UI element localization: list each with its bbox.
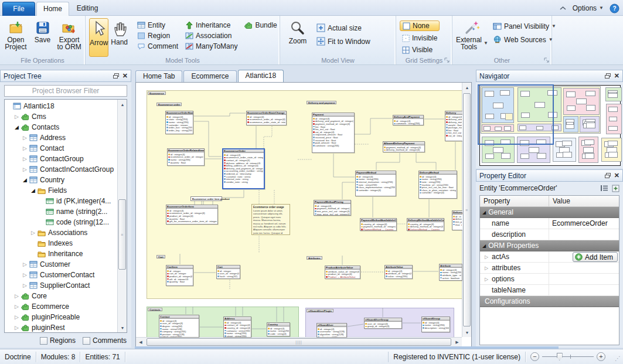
doc-tab-ecommerce[interactable]: Ecommerce xyxy=(183,70,236,82)
entity-box-ecommerceorder[interactable]: EcommerceOrderid : integer(4)ecommerce_o… xyxy=(222,148,265,189)
tree-item-pluginrest[interactable]: ▷pluginRest xyxy=(5,322,117,332)
fit-to-window-button[interactable]: Fit to Window xyxy=(314,36,373,46)
tree-vertical-scrollbar[interactable]: ▲ ≡ ▼ xyxy=(117,100,127,332)
tree-item-fields[interactable]: ◢Fields xyxy=(5,185,117,196)
grid-none-button[interactable]: None xyxy=(400,21,440,31)
entity-box-ecommerceorderstatechange[interactable]: EcommerceOrderStateChangeid : integer(4)… xyxy=(246,111,287,125)
property-section-orm-properties[interactable]: ◢ORM Properties xyxy=(480,240,619,251)
row-expander-icon[interactable]: ▷ xyxy=(485,277,489,282)
tree-expander-icon[interactable]: ▷ xyxy=(21,154,29,164)
hand-tool-button[interactable]: Hand xyxy=(111,18,128,57)
ribbon-collapse-chevron-icon[interactable] xyxy=(559,6,567,11)
entity-box-ecommerceorderitem[interactable]: EcommerceOrderItemid : integer(4)ecommer… xyxy=(166,205,218,224)
tree-expander-icon[interactable]: ◢ xyxy=(21,175,29,185)
close-panel-icon[interactable]: ✕ xyxy=(614,172,619,179)
zoom-in-icon[interactable]: + xyxy=(597,352,605,361)
entity-box-deliverymethodpricing[interactable]: DeliveryMethodPricingid : indelivemin_pm… xyxy=(452,210,462,230)
web-sources-button[interactable]: Web Sources▼ xyxy=(491,35,559,45)
row-expander-icon[interactable]: ▷ xyxy=(485,266,489,271)
tree-item-core[interactable]: ▷Core xyxy=(5,291,117,301)
project-browser-filter-input[interactable] xyxy=(4,85,127,97)
entity-box-attribute[interactable]: Attributeid : integer(4)name : string(25… xyxy=(439,264,462,281)
tree-item-cms[interactable]: ▷Cms xyxy=(5,111,117,122)
tree-expander-icon[interactable]: ▷ xyxy=(13,301,21,312)
regions-checkbox[interactable]: Regions xyxy=(40,336,76,345)
property-value[interactable] xyxy=(549,263,619,273)
arrow-tool-button[interactable]: Arrow xyxy=(89,18,108,57)
entity-box-productattributevalue[interactable]: ProductAttributeValueattribute_value_id … xyxy=(325,266,360,279)
section-expander-icon[interactable]: ◢ xyxy=(482,243,486,249)
property-row-actAs[interactable]: ▷actAsAdd Item xyxy=(480,251,619,263)
collapse-all-icon[interactable] xyxy=(600,185,608,192)
panel-visibility-button[interactable]: Panel Visibility▼ xyxy=(491,22,559,31)
open-project-button[interactable]: Open Project xyxy=(4,18,28,50)
entity-box-ecommerceorderrelateditem[interactable]: EcommerceOrderRelatedItemid : integer(4)… xyxy=(167,148,205,166)
manytomany-tool-button[interactable]: ManyToMany xyxy=(183,42,240,51)
canvas-vertical-scrollbar[interactable]: ▲ ≡ ▼ xyxy=(462,83,471,337)
other-dialog-launcher-icon[interactable] xyxy=(544,57,550,63)
link-table-label[interactable]: Ecommerce order item product xyxy=(190,196,222,201)
tab-editing[interactable]: Editing xyxy=(70,2,104,16)
comment-tool-button[interactable]: Comment xyxy=(135,42,181,51)
entity-box-sfguardgroup[interactable]: sfGuardGroupid : integer(4)name : string… xyxy=(421,317,450,332)
grid-settings-dialog-launcher-icon[interactable] xyxy=(444,57,450,63)
actual-size-button[interactable]: Actual size xyxy=(314,23,373,33)
tree-expander-icon[interactable]: ▷ xyxy=(21,143,29,154)
tree-item-indexes[interactable]: Indexes xyxy=(5,238,117,249)
entity-box-alloweddeliverypayment[interactable]: AllowedDeliveryPaymentpayment_method_id … xyxy=(383,141,425,152)
tree-item-contactincontactgroup[interactable]: ▷ContactInContactGroup xyxy=(5,164,117,175)
tree-expander-icon[interactable]: ▷ xyxy=(13,312,21,322)
tree-expander-icon[interactable]: ▷ xyxy=(21,270,29,280)
file-menu-button[interactable]: File xyxy=(2,2,35,16)
navigator-minimap[interactable] xyxy=(479,85,621,166)
scroll-up-icon[interactable]: ▲ xyxy=(118,100,127,109)
tree-item-associations[interactable]: ▷Associations xyxy=(5,227,117,238)
canvas-horizontal-scrollbar[interactable]: ◀ |||| ▶ xyxy=(136,337,462,346)
tree-expander-icon[interactable]: ▷ xyxy=(13,111,21,122)
entity-box-sfguardusergroup[interactable]: sfGuardUserGroupuser_id : integer(4)grou… xyxy=(364,318,402,329)
comment-note-ecommerce-order-usage[interactable]: Ecommerce order usageLorem ipsum dolor s… xyxy=(251,204,290,235)
tree-item-atlantic18[interactable]: Atlantic18 xyxy=(5,101,117,111)
inheritance-tool-button[interactable]: Inheritance xyxy=(183,21,240,30)
options-menu-button[interactable]: Options▼ xyxy=(573,4,604,12)
tab-home[interactable]: Home xyxy=(36,2,69,16)
property-value[interactable] xyxy=(549,274,619,284)
property-row-attributes[interactable]: ▷attributes xyxy=(480,263,619,274)
tree-item-address[interactable]: ▷Address xyxy=(5,132,117,143)
tree-expander-icon[interactable]: ▷ xyxy=(13,322,21,332)
tree-item-contact[interactable]: ▷Contact xyxy=(5,143,117,154)
entity-box-paymentmethod[interactable]: PaymentMethodid : integer(4)name : strin… xyxy=(355,171,396,196)
property-value[interactable] xyxy=(549,285,619,295)
float-panel-icon[interactable] xyxy=(605,73,611,79)
row-expander-icon[interactable]: ▷ xyxy=(485,254,489,260)
entity-box-payment[interactable]: Paymentid : integer(4)delivery_and_payme… xyxy=(312,113,355,153)
tree-expander-icon[interactable]: ▷ xyxy=(21,280,29,291)
entity-box-deliverymethodavailableincountry[interactable]: DeliveryMethodAvailableInCountrycountry_… xyxy=(407,218,444,231)
entity-box-address[interactable]: Addressid : integer(4)contact_id : integ… xyxy=(223,317,251,338)
tree-expander-icon[interactable]: ▷ xyxy=(29,227,37,238)
bundle-tool-button[interactable]: Bundle xyxy=(242,21,279,30)
diagram-canvas[interactable]: sfGuardUserPluginContactsAttributesCartD… xyxy=(135,82,472,347)
tree-item-customercontact[interactable]: ▷CustomerContact xyxy=(5,270,117,280)
close-panel-icon[interactable]: ✕ xyxy=(614,73,619,79)
entity-box-deliverymethod[interactable]: DeliveryMethodid : integer(4)name : stri… xyxy=(418,171,457,199)
scroll-down-icon[interactable]: ▼ xyxy=(118,323,127,332)
property-row-name[interactable]: nameEcommerceOrder xyxy=(480,218,619,229)
save-button[interactable]: Save xyxy=(30,18,55,43)
tree-item-suppliercontact[interactable]: ▷SupplierContact xyxy=(5,280,117,291)
entity-tool-button[interactable]: Entity xyxy=(135,21,181,30)
tree-item-country[interactable]: ◢Country xyxy=(5,175,117,185)
association-tool-button[interactable]: Association xyxy=(183,31,240,40)
zoom-out-icon[interactable]: − xyxy=(530,352,539,361)
entity-box-paymentmethodavailableincountry[interactable]: PaymentMethodAvailableInCountrycountry_i… xyxy=(360,218,397,231)
property-column-header[interactable]: Property xyxy=(480,196,549,206)
scroll-up-icon[interactable]: ▲ xyxy=(462,83,472,92)
minimap-viewport[interactable] xyxy=(478,84,554,145)
tree-expander-icon[interactable]: ▷ xyxy=(21,259,29,270)
doc-tab-atlantic18[interactable]: Atlantic18 xyxy=(238,70,284,82)
tree-expander-icon[interactable]: ◢ xyxy=(29,185,37,196)
tree-item-contacts[interactable]: ◢Contacts xyxy=(5,122,117,132)
entity-box-deliveryandpayment[interactable]: DeliveryAndPaymentid : integer(4)comment… xyxy=(393,115,424,125)
property-row-options[interactable]: ▷options xyxy=(480,274,619,285)
add-property-icon[interactable] xyxy=(612,185,619,192)
